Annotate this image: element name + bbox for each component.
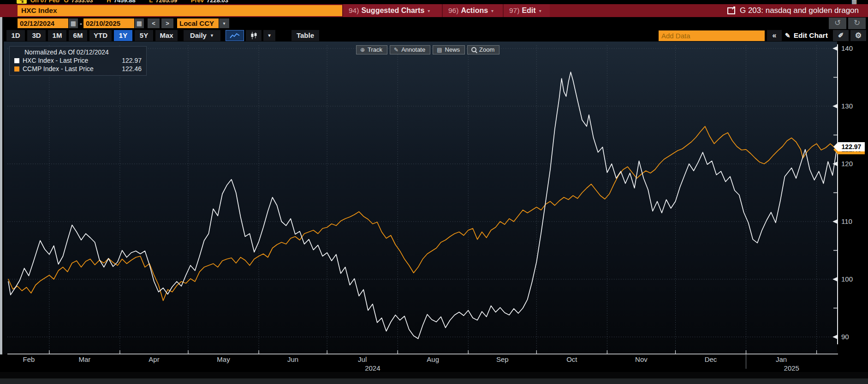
zoom-button[interactable]: Zoom	[467, 45, 499, 54]
high-value: 7459.88	[114, 0, 136, 4]
chart-legend: Normalized As Of 02/12/2024 HXC Index - …	[9, 46, 147, 76]
menu-edit[interactable]: 97) Edit ▾	[503, 4, 550, 17]
crosshair-icon: ⊕	[360, 47, 365, 53]
plot-background	[4, 42, 837, 354]
quote-strip: ▚ On 07 Feb O7353.03 H7459.88 L7265.59 P…	[0, 0, 868, 4]
end-date-field[interactable]: 02/10/2025	[83, 18, 134, 28]
line-chart-icon	[230, 33, 240, 39]
export-icon[interactable]: ↗	[727, 7, 735, 14]
prev-value: 7228.03	[207, 0, 228, 4]
period-1y-selected[interactable]: 1Y	[114, 30, 132, 41]
chart-type-caret[interactable]: ▾	[263, 30, 275, 41]
month-label: Jun	[287, 355, 298, 363]
month-label: Dec	[705, 355, 717, 363]
year-label: 2024	[365, 364, 380, 372]
ccmp-swatch	[14, 66, 19, 72]
ohlc-row: On 07 Feb O7353.03 H7459.88 L7265.59 Pre…	[30, 0, 240, 4]
menu-actions[interactable]: 96) Actions ▾	[442, 4, 503, 17]
redo-button[interactable]: ↻	[848, 18, 866, 29]
bottom-gap	[0, 372, 868, 378]
bloomberg-chart-window: ▚ On 07 Feb O7353.03 H7459.88 L7265.59 P…	[0, 0, 868, 384]
annotate-chart-button[interactable]: ✐	[833, 30, 849, 41]
last-price-tag-value: 122.97	[842, 143, 862, 150]
y-tick-label: 110	[841, 217, 852, 225]
chevron-down-icon: ▾	[491, 8, 493, 13]
add-data-input[interactable]	[659, 30, 765, 41]
chevron-down-icon: ▾	[428, 8, 430, 13]
open-value: 7353.03	[71, 0, 93, 4]
chart-title: G 203: nasdaq and golden dragon	[740, 6, 859, 15]
hxc-last-price: 122.97	[122, 57, 142, 64]
collapse-panel-button[interactable]: «	[767, 30, 782, 41]
menu-suggested-charts[interactable]: 94) Suggested Charts ▾	[342, 4, 442, 17]
month-label: Sep	[496, 355, 509, 363]
y-tick-label: 100	[841, 275, 853, 283]
command-bar: 94) Suggested Charts ▾ 96) Actions ▾ 97)…	[0, 4, 868, 17]
candlestick-icon	[250, 32, 257, 39]
price-chart[interactable]: 14013012011010090FebMarAprMayJunJulAugSe…	[4, 42, 868, 374]
chart-tools: ⊕ Track ✎ Annotate ▤ News Zoom	[356, 45, 499, 54]
news-button[interactable]: ▤ News	[433, 45, 465, 54]
y-tick-label: 120	[841, 160, 853, 168]
period-max[interactable]: Max	[155, 30, 178, 41]
legend-title: Normalized As Of 02/12/2024	[24, 48, 142, 56]
month-label: Feb	[23, 355, 35, 363]
period-5y[interactable]: 5Y	[135, 30, 153, 41]
range-bar: 02/12/2024 ▦ - 02/10/2025 ▦ < > Local CC…	[0, 17, 868, 30]
hxc-swatch	[14, 58, 19, 63]
keyboard-icon: ▦	[851, 0, 857, 4]
currency-caret-icon[interactable]: ▾	[219, 18, 229, 28]
month-label: Apr	[149, 355, 159, 363]
start-calendar-icon[interactable]: ▦	[69, 18, 78, 28]
legend-item-ccmp: CCMP Index - Last Price 122.46	[14, 65, 142, 72]
ccmp-last-price: 122.46	[122, 65, 142, 72]
low-value: 7265.59	[155, 0, 177, 4]
chart-toolbar: 1D 3D 1M 6M YTD 1Y 5Y Max Daily ▼ ▾ Tabl…	[0, 30, 868, 42]
period-1m[interactable]: 1M	[48, 30, 66, 41]
chevron-down-icon: ▾	[539, 8, 541, 13]
pencil-icon: ✎	[785, 32, 791, 39]
table-button[interactable]: Table	[291, 30, 319, 41]
y-tick-label: 140	[841, 44, 853, 52]
month-label: May	[217, 355, 230, 363]
currency-select[interactable]: Local CCY	[177, 18, 219, 28]
period-3d[interactable]: 3D	[27, 30, 46, 41]
pencil-icon: ✎	[394, 47, 398, 53]
start-date-field[interactable]: 02/12/2024	[18, 18, 68, 28]
window-edge-strip	[0, 17, 2, 354]
security-flag-icon: ▚	[17, 0, 27, 4]
month-label: Jul	[358, 355, 367, 363]
y-tick-label: 90	[841, 333, 849, 341]
bottom-bar	[0, 378, 868, 384]
annotate-button[interactable]: ✎ Annotate	[390, 45, 430, 54]
range-back-button[interactable]: <	[148, 18, 160, 28]
end-calendar-icon[interactable]: ▦	[135, 18, 144, 28]
month-label: Mar	[78, 355, 90, 363]
range-forward-button[interactable]: >	[161, 18, 173, 28]
undo-button[interactable]: ↺	[829, 18, 846, 29]
month-label: Jan	[776, 355, 787, 363]
month-label: Oct	[566, 355, 577, 363]
legend-item-hxc: HXC Index - Last Price 122.97	[14, 57, 142, 64]
session-label: On 07 Feb	[30, 0, 59, 4]
edit-chart-button[interactable]: ✎ Edit Chart	[785, 30, 828, 41]
period-6m[interactable]: 6M	[69, 30, 87, 41]
frequency-select[interactable]: Daily ▼	[184, 30, 220, 41]
period-1d[interactable]: 1D	[6, 30, 25, 41]
news-icon: ▤	[437, 47, 442, 53]
period-ytd[interactable]: YTD	[89, 30, 112, 41]
year-label: 2025	[784, 364, 799, 372]
line-chart-type-button[interactable]	[226, 30, 244, 41]
y-tick-label: 130	[841, 102, 853, 110]
range-separator: -	[80, 18, 82, 28]
candlestick-type-button[interactable]	[246, 30, 262, 41]
chevron-down-icon: ▼	[210, 30, 214, 41]
settings-gear-button[interactable]: ⚙	[850, 30, 866, 41]
ticker-input[interactable]	[18, 5, 345, 16]
magnifier-icon	[471, 47, 476, 52]
month-label: Aug	[427, 355, 439, 363]
track-button[interactable]: ⊕ Track	[356, 45, 387, 54]
month-label: Nov	[635, 355, 648, 363]
